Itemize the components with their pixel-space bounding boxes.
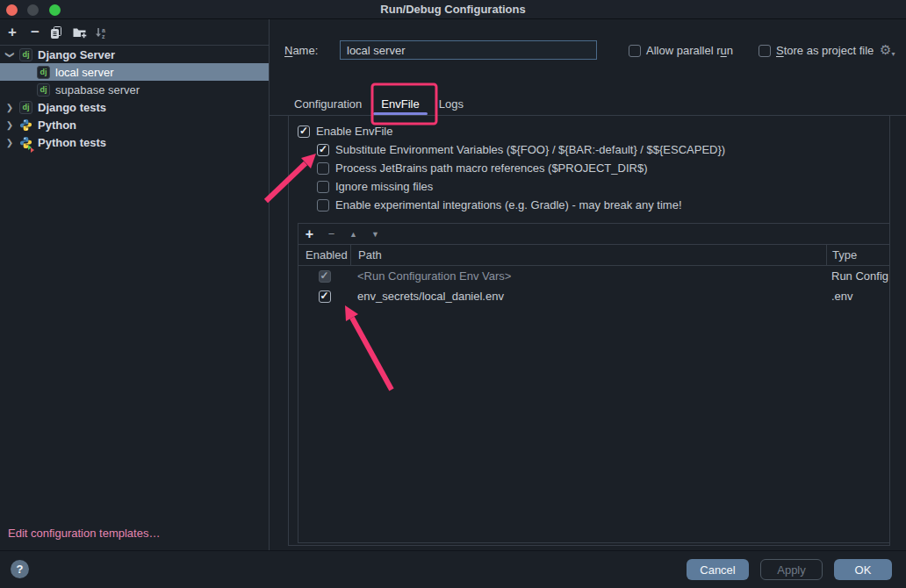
envfile-table-toolbar: + − ▲ ▼ (298, 224, 889, 245)
column-header-type[interactable]: Type (826, 245, 889, 265)
row-path: <Run Configuration Env Vars> (350, 269, 826, 283)
column-header-path[interactable]: Path (350, 245, 826, 265)
run-debug-configurations-dialog: Run/Debug Configurations + − (0, 0, 906, 588)
django-tests-icon: dj (19, 101, 32, 114)
tree-item-python-tests[interactable]: ❯ Python tests (0, 133, 269, 151)
sort-alphabetically-icon[interactable]: a z (91, 23, 111, 42)
sidebar-toolbar: + − (0, 19, 269, 46)
substitute-env-vars-checkbox[interactable] (317, 144, 329, 156)
tab-envfile[interactable]: EnvFile (371, 93, 428, 115)
svg-text:a: a (102, 26, 105, 32)
store-as-project-file-option: Store as project file (759, 44, 874, 57)
python-icon (19, 118, 32, 132)
chevron-down-icon[interactable]: ❯ (5, 48, 15, 61)
detail-tabs: Configuration EnvFile Logs (270, 93, 473, 115)
envfile-tab-content: Enable EnvFile Substitute Environment Va… (288, 115, 890, 546)
remove-envfile-icon[interactable]: − (320, 227, 342, 240)
cancel-button[interactable]: Cancel (687, 559, 749, 580)
chevron-right-icon[interactable]: ❯ (4, 103, 16, 112)
option-ignore-missing-files: Ignore missing files (289, 177, 889, 196)
django-icon: dj (37, 83, 50, 97)
store-as-project-file-label: Store as project file (776, 44, 874, 57)
django-icon: dj (37, 66, 50, 79)
chevron-right-icon[interactable]: ❯ (4, 138, 16, 147)
titlebar: Run/Debug Configurations (0, 0, 906, 19)
option-substitute-env-vars: Substitute Environment Variables (${FOO}… (289, 140, 889, 159)
apply-button[interactable]: Apply (760, 559, 823, 580)
allow-parallel-run-option: Allow parallel run (629, 44, 733, 57)
store-as-project-file-checkbox[interactable] (759, 45, 771, 57)
chevron-right-icon[interactable]: ❯ (4, 120, 16, 130)
envfile-options: Enable EnvFile Substitute Environment Va… (289, 115, 889, 214)
move-down-icon[interactable]: ▼ (364, 230, 386, 239)
ignore-missing-files-checkbox[interactable] (317, 181, 329, 193)
envfile-table: + − ▲ ▼ Enabled Path Type <Run Configura… (298, 223, 890, 543)
configurations-tree: ❯ dj Django Server dj local server dj su… (0, 46, 269, 151)
table-row-env-secrets[interactable]: env_secrets/local_daniel.env .env (298, 286, 889, 306)
enable-envfile-checkbox[interactable] (298, 125, 310, 138)
tree-item-local-server[interactable]: dj local server (0, 63, 269, 81)
table-row-run-config-env-vars[interactable]: <Run Configuration Env Vars> Run Config (298, 266, 889, 286)
allow-parallel-run-checkbox[interactable] (629, 45, 641, 57)
envfile-table-header: Enabled Path Type (298, 245, 889, 266)
add-envfile-icon[interactable]: + (298, 226, 320, 242)
configurations-sidebar: + − (0, 19, 270, 550)
row-path: env_secrets/local_daniel.env (350, 290, 826, 303)
row-enabled-checkbox[interactable] (319, 290, 331, 303)
experimental-integrations-checkbox[interactable] (317, 199, 329, 212)
option-process-path-macros: Process JetBrains path macro references … (289, 159, 889, 177)
tree-item-python[interactable]: ❯ Python (0, 116, 269, 133)
tree-item-django-tests[interactable]: ❯ dj Django tests (0, 98, 269, 116)
option-enable-envfile: Enable EnvFile (289, 122, 889, 140)
name-label: Name: (284, 44, 318, 57)
help-button[interactable]: ? (11, 560, 29, 578)
dialog-footer: ? Cancel Apply OK (0, 550, 906, 588)
remove-configuration-icon[interactable]: − (25, 23, 45, 42)
row-type: Run Config (826, 269, 889, 283)
row-enabled-checkbox (319, 270, 331, 283)
new-folder-icon[interactable] (69, 23, 89, 42)
store-settings-gear-icon[interactable]: ⚙▾ (880, 42, 895, 58)
window-title: Run/Debug Configurations (0, 3, 906, 16)
move-up-icon[interactable]: ▲ (342, 230, 364, 239)
copy-configuration-icon[interactable] (47, 23, 66, 42)
svg-text:z: z (102, 32, 105, 39)
column-header-enabled[interactable]: Enabled (298, 245, 350, 265)
django-icon: dj (19, 48, 32, 61)
add-configuration-icon[interactable]: + (3, 23, 22, 42)
python-tests-icon (19, 136, 32, 149)
row-type: .env (826, 290, 889, 303)
edit-configuration-templates-link[interactable]: Edit configuration templates… (8, 527, 160, 540)
name-input[interactable] (340, 40, 597, 60)
tab-logs[interactable]: Logs (429, 93, 473, 115)
process-path-macros-checkbox[interactable] (317, 162, 329, 175)
allow-parallel-run-label: Allow parallel run (646, 44, 733, 57)
option-experimental-integrations: Enable experimental integrations (e.g. G… (289, 196, 889, 214)
tab-configuration[interactable]: Configuration (284, 93, 371, 115)
configuration-detail-panel: Name: Allow parallel run Store as projec… (270, 19, 906, 550)
tree-item-supabase-server[interactable]: dj supabase server (0, 81, 269, 98)
tree-item-django-server[interactable]: ❯ dj Django Server (0, 46, 269, 63)
ok-button[interactable]: OK (834, 559, 892, 580)
